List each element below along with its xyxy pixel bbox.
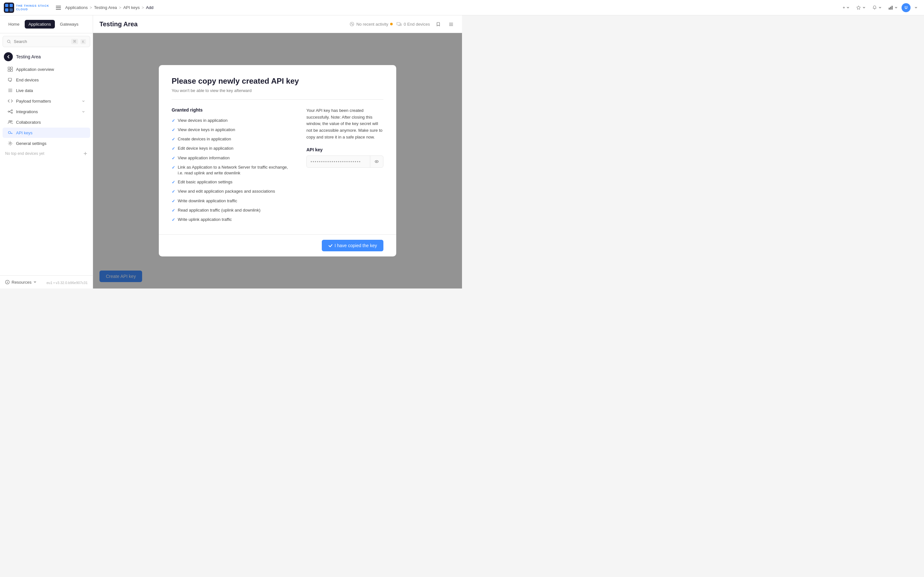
check-icon: ✓ [172, 137, 175, 142]
list-item: ✓View device keys in application [172, 127, 294, 133]
list-item: ✓Read application traffic (uplink and do… [172, 207, 294, 213]
bookmark-icon [436, 22, 441, 27]
modal-overlay: Please copy newly created API key You wo… [93, 33, 462, 288]
api-key-dots: •••••••••••••••••••••••• [307, 156, 370, 167]
check-icon: ✓ [172, 146, 175, 152]
list-item: ✓Write downlink application traffic [172, 198, 294, 204]
sidebar-tabs: Home Applications Gateways [3, 18, 90, 31]
check-confirm-icon [328, 243, 333, 248]
sidebar-item-collaborators[interactable]: Collaborators [3, 117, 90, 127]
activity-icon [349, 21, 355, 27]
page-title: Testing Area [99, 21, 137, 28]
modal-divider [172, 99, 383, 100]
more-options-button[interactable] [447, 19, 456, 29]
svg-line-12 [10, 42, 11, 43]
sidebar-tab-applications[interactable]: Applications [25, 20, 55, 29]
main-header: Testing Area No recent activity 0 End de… [93, 15, 462, 33]
svg-point-28 [8, 131, 11, 134]
search-box[interactable]: ⌘ K [3, 36, 90, 47]
search-icon [7, 39, 11, 44]
key-icon [8, 130, 13, 135]
version-label: eu1 • v3.32.0.b96e907c31 [47, 281, 87, 285]
rights-list: ✓View devices in application ✓View devic… [172, 118, 294, 223]
main-body: Please copy newly created API key You wo… [93, 33, 462, 288]
modal-subtitle: You won't be able to view the key afterw… [172, 88, 383, 93]
svg-rect-5 [56, 6, 61, 6]
check-icon: ✓ [172, 155, 175, 161]
sidebar-toggle-button[interactable] [54, 3, 63, 12]
svg-rect-39 [397, 23, 400, 25]
settings-icon [8, 141, 13, 146]
sidebar-item-payload-formatters[interactable]: Payload formatters [3, 96, 90, 106]
api-key-toggle-visibility[interactable] [370, 156, 383, 167]
sidebar-item-end-devices[interactable]: End devices [3, 75, 90, 85]
breadcrumb-applications[interactable]: Applications [65, 5, 87, 10]
list-item: ✓Link as Application to a Network Server… [172, 164, 294, 176]
bookmark-button[interactable] [434, 19, 443, 29]
svg-point-45 [376, 161, 377, 162]
list-item: ✓View devices in application [172, 118, 294, 124]
info-icon [5, 280, 10, 284]
svg-rect-1 [5, 4, 8, 7]
svg-rect-3 [5, 8, 8, 11]
add-device-icon[interactable] [83, 151, 87, 156]
svg-rect-40 [401, 24, 401, 26]
sidebar-tab-gateways[interactable]: Gateways [56, 20, 82, 29]
svg-rect-16 [11, 69, 13, 71]
search-input[interactable] [14, 39, 69, 44]
no-devices-label: No top end devices yet [0, 149, 93, 158]
svg-point-22 [11, 110, 13, 111]
collaborators-icon [8, 119, 13, 125]
svg-rect-15 [8, 69, 10, 71]
check-icon: ✓ [172, 179, 175, 185]
breadcrumb-api-keys[interactable]: API keys [123, 5, 140, 10]
code-icon [8, 98, 13, 103]
top-navigation: THE THINGS STACK CLOUD Applications > Te… [0, 0, 462, 15]
devices-icon [8, 77, 13, 82]
layout: Home Applications Gateways ⌘ K Testing A… [0, 0, 462, 288]
activity-badge: No recent activity [349, 21, 393, 27]
check-icon: ✓ [172, 189, 175, 195]
svg-rect-2 [10, 4, 13, 7]
list-item: ✓View application information [172, 155, 294, 161]
back-button[interactable]: Testing Area [0, 50, 93, 64]
search-shortcut-cmd: ⌘ [71, 39, 78, 44]
menu-icon [449, 22, 454, 27]
sidebar-item-live-data[interactable]: Live data [3, 85, 90, 95]
list-icon [8, 88, 13, 93]
sidebar-tab-home[interactable]: Home [5, 20, 23, 29]
check-icon: ✓ [172, 127, 175, 133]
modal-right: Your API key has been created successful… [306, 107, 383, 223]
modal-title: Please copy newly created API key [172, 77, 383, 85]
modal-footer: I have copied the key [159, 234, 396, 256]
sidebar: Home Applications Gateways ⌘ K Testing A… [0, 15, 93, 288]
sidebar-footer: Resources eu1 • v3.32.0.b96e907c31 [0, 276, 93, 288]
logo[interactable]: THE THINGS STACK CLOUD [4, 3, 49, 13]
expand-icon-2 [82, 110, 85, 113]
header-actions: No recent activity 0 End devices [349, 19, 456, 29]
sidebar-item-integrations[interactable]: Integrations [3, 106, 90, 117]
main-content: Testing Area No recent activity 0 End de… [93, 15, 462, 288]
sidebar-nav: Application overview End devices Live da… [0, 64, 93, 149]
svg-point-21 [8, 111, 9, 112]
check-icon: ✓ [172, 165, 175, 171]
svg-point-32 [10, 143, 11, 144]
breadcrumb: Applications > Testing Area > API keys >… [65, 5, 462, 10]
api-key-field: •••••••••••••••••••••••• [306, 155, 383, 168]
integrations-icon [8, 109, 13, 114]
svg-line-24 [9, 111, 11, 112]
resources-button[interactable]: Resources [5, 280, 37, 285]
svg-point-23 [11, 112, 13, 113]
sidebar-item-api-keys[interactable]: API keys [3, 127, 90, 138]
confirm-copied-button[interactable]: I have copied the key [322, 240, 383, 251]
activity-dot [390, 23, 393, 25]
end-devices-badge: 0 End devices [397, 21, 430, 27]
sidebar-top: Home Applications Gateways [0, 15, 93, 33]
expand-icon [82, 99, 85, 103]
list-item: ✓Edit device keys in application [172, 145, 294, 152]
granted-rights-title: Granted rights [172, 107, 294, 113]
sidebar-item-application-overview[interactable]: Application overview [3, 64, 90, 74]
api-key-modal: Please copy newly created API key You wo… [159, 65, 396, 256]
sidebar-item-general-settings[interactable]: General settings [3, 138, 90, 148]
breadcrumb-testing-area[interactable]: Testing Area [94, 5, 117, 10]
